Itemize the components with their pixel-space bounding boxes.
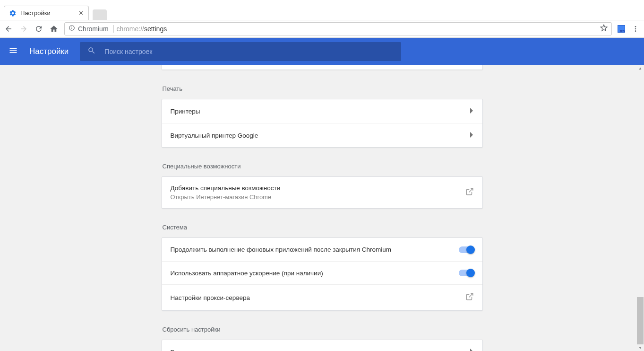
bookmark-star-icon[interactable]: [600, 24, 608, 34]
close-icon[interactable]: ✕: [78, 9, 84, 17]
section-title-reset: Сбросить настройки: [162, 326, 483, 333]
tab-bar: Настройки ✕: [0, 0, 644, 20]
reload-button[interactable]: [34, 24, 43, 34]
chevron-right-icon: [470, 107, 474, 115]
card-reset: Восстановление настроек по умолчанию: [162, 340, 483, 351]
menu-button[interactable]: [631, 24, 640, 34]
row-hardware-accel[interactable]: Использовать аппаратное ускорение (при н…: [162, 261, 482, 284]
chevron-right-icon: [470, 348, 474, 351]
omnibox-origin: Chromium: [78, 25, 114, 33]
page-title: Настройки: [29, 47, 69, 56]
info-icon: [69, 25, 75, 33]
search-input[interactable]: [104, 48, 394, 55]
scrollbar-thumb[interactable]: [637, 297, 644, 344]
content-scroll[interactable]: Печать Принтеры Виртуальный принтер Goog…: [0, 65, 644, 351]
row-printers[interactable]: Принтеры: [162, 99, 482, 123]
card-system: Продолжить выполнение фоновых приложений…: [162, 237, 483, 311]
external-link-icon: [465, 292, 474, 303]
row-cloud-print[interactable]: Виртуальный принтер Google: [162, 123, 482, 147]
hamburger-icon[interactable]: [9, 46, 18, 57]
toggle-hardware-accel[interactable]: [459, 270, 474, 276]
row-background-apps[interactable]: Продолжить выполнение фоновых приложений…: [162, 238, 482, 261]
new-tab-button[interactable]: [93, 9, 107, 20]
section-title-print: Печать: [162, 85, 483, 92]
settings-search[interactable]: [80, 42, 401, 61]
card-print: Принтеры Виртуальный принтер Google: [162, 99, 483, 148]
svg-point-8: [635, 28, 636, 30]
gear-icon: [9, 9, 17, 17]
section-title-system: Система: [162, 224, 483, 231]
browser-toolbar: Chromium chrome://settings JPS: [0, 20, 644, 38]
settings-header: Настройки: [0, 38, 644, 65]
scroll-down-icon[interactable]: ▼: [636, 344, 644, 351]
settings-content: Печать Принтеры Виртуальный принтер Goog…: [162, 65, 483, 351]
forward-button[interactable]: [19, 24, 28, 34]
back-button[interactable]: [4, 24, 13, 34]
svg-point-7: [635, 26, 636, 27]
card-partial-top: [162, 65, 483, 70]
external-link-icon: [465, 187, 474, 198]
scrollbar[interactable]: ▲ ▼: [636, 65, 644, 351]
toggle-background-apps[interactable]: [459, 246, 474, 253]
search-icon: [87, 46, 96, 57]
tab-title: Настройки: [20, 9, 75, 17]
row-restore-defaults[interactable]: Восстановление настроек по умолчанию: [162, 340, 482, 351]
row-proxy[interactable]: Настройки прокси-сервера: [162, 284, 482, 310]
browser-tab[interactable]: Настройки ✕: [4, 6, 89, 20]
svg-point-9: [635, 30, 636, 32]
home-button[interactable]: [49, 24, 59, 34]
extension-icon[interactable]: JPS: [618, 25, 625, 33]
chevron-right-icon: [470, 131, 474, 140]
card-accessibility: Добавить специальные возможности Открыть…: [162, 176, 483, 209]
scroll-up-icon[interactable]: ▲: [636, 65, 644, 71]
address-bar[interactable]: Chromium chrome://settings: [64, 22, 612, 35]
svg-point-5: [71, 26, 72, 27]
omnibox-url: chrome://settings: [117, 25, 167, 33]
section-title-accessibility: Специальные возможности: [162, 163, 483, 170]
row-add-accessibility[interactable]: Добавить специальные возможности Открыть…: [162, 177, 482, 208]
